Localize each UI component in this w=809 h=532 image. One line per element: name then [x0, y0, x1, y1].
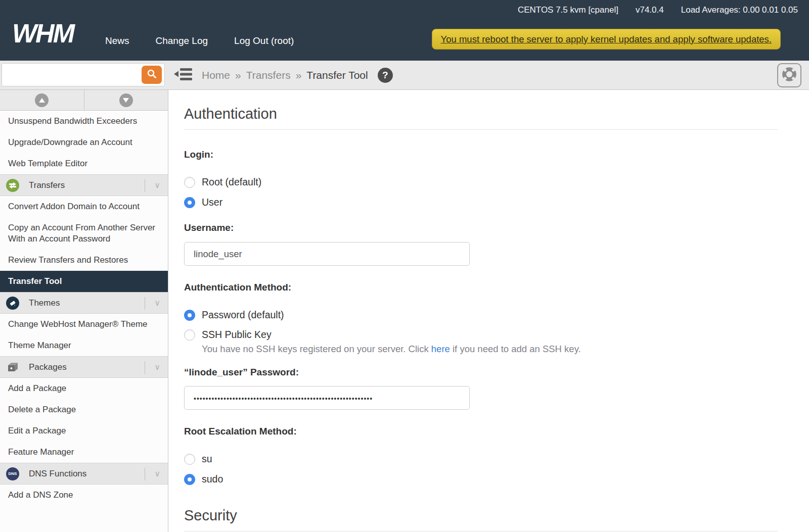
breadcrumb-transfers-link[interactable]: Transfers [246, 69, 291, 81]
sidebar-item-upgrade-downgrade-account[interactable]: Upgrade/Downgrade an Account [0, 132, 168, 153]
nav-logout-link[interactable]: Log Out (root) [234, 35, 294, 46]
server-os-label: CENTOS 7.5 kvm [cpanel] [518, 5, 618, 15]
sidebar-section-label: DNS Functions [29, 469, 86, 479]
auth-method-radio-group: Password (default) SSH Public Key [184, 309, 778, 341]
server-status-line: CENTOS 7.5 kvm [cpanel] v74.0.4 Load Ave… [518, 5, 798, 15]
radio-checked-icon[interactable] [184, 197, 195, 208]
sidebar-scroll-controls [0, 90, 168, 111]
chevron-down-icon[interactable]: ∨ [154, 362, 160, 372]
sidebar-scroll-up-button[interactable] [0, 90, 84, 110]
auth-method-option-ssh-key[interactable]: SSH Public Key [184, 329, 272, 341]
chevron-down-icon[interactable]: ∨ [154, 180, 160, 190]
whm-version: v74.0.4 [636, 5, 664, 15]
root-escalation-option-sudo[interactable]: sudo [184, 473, 223, 485]
packages-icon [6, 361, 19, 374]
search-button[interactable] [142, 66, 162, 84]
top-header-bar: CENTOS 7.5 kvm [cpanel] v74.0.4 Load Ave… [0, 0, 809, 61]
password-label: “linode_user” Password: [184, 367, 778, 378]
login-option-root[interactable]: Root (default) [184, 176, 261, 188]
sidebar-section-dns-functions[interactable]: DNS DNS Functions ∨ [0, 463, 168, 485]
nav-news-link[interactable]: News [105, 35, 129, 46]
whm-transfer-tool-page: CENTOS 7.5 kvm [cpanel] v74.0.4 Load Ave… [0, 0, 809, 532]
content-row: Unsuspend Bandwidth Exceeders Upgrade/Do… [0, 90, 809, 532]
sidebar-item-review-transfers-restores[interactable]: Review Transfers and Restores [0, 250, 168, 271]
radio-option-label: su [202, 453, 212, 465]
username-field[interactable] [184, 242, 470, 266]
main-content: Authentication Login: Root (default) Use… [168, 90, 809, 532]
sidebar-item-add-package[interactable]: Add a Package [0, 378, 168, 399]
collapse-sidebar-icon [174, 68, 192, 83]
transfers-icon [6, 179, 19, 192]
radio-checked-icon[interactable] [184, 474, 195, 485]
breadcrumb: Home » Transfers » Transfer Tool ? [202, 68, 393, 83]
search-icon [147, 69, 157, 80]
sidebar: Unsuspend Bandwidth Exceeders Upgrade/Do… [0, 90, 168, 532]
sidebar-section-label: Packages [29, 362, 67, 372]
root-escalation-radio-group: su sudo [184, 453, 778, 485]
authentication-section-title: Authentication [184, 106, 778, 130]
password-field[interactable] [184, 386, 470, 410]
root-escalation-method-label: Root Escalation Method: [184, 426, 778, 437]
nav-changelog-link[interactable]: Change Log [156, 35, 208, 46]
radio-option-label: Root (default) [202, 176, 261, 188]
radio-option-label: sudo [202, 473, 223, 485]
reboot-warning-banner[interactable]: You must reboot the server to apply kern… [432, 29, 781, 50]
section-divider [145, 468, 145, 480]
sidebar-item-feature-manager[interactable]: Feature Manager [0, 442, 168, 463]
arrow-up-icon [35, 93, 49, 107]
help-icon[interactable]: ? [378, 68, 393, 83]
sidebar-item-convert-addon-domain[interactable]: Convert Addon Domain to Account [0, 196, 168, 217]
sidebar-item-unsuspend-bandwidth-exceeders[interactable]: Unsuspend Bandwidth Exceeders [0, 111, 168, 132]
radio-checked-icon[interactable] [184, 310, 195, 321]
security-section-title: Security [184, 507, 778, 531]
sidebar-section-label: Themes [29, 298, 60, 308]
chevron-down-icon[interactable]: ∨ [154, 298, 160, 308]
radio-unchecked-icon[interactable] [184, 177, 195, 188]
root-escalation-option-su[interactable]: su [184, 453, 212, 465]
load-averages: Load Averages: 0.00 0.01 0.05 [681, 5, 798, 15]
breadcrumb-toolbar: Home » Transfers » Transfer Tool ? [0, 61, 809, 90]
breadcrumb-current-page: Transfer Tool [306, 69, 368, 81]
breadcrumb-home-link[interactable]: Home [202, 69, 230, 81]
support-button[interactable] [777, 63, 801, 87]
collapse-sidebar-button[interactable] [173, 68, 193, 83]
sidebar-search-area [0, 61, 168, 90]
sidebar-section-transfers[interactable]: Transfers ∨ [0, 174, 168, 196]
login-radio-group: Root (default) User [184, 176, 778, 208]
sidebar-item-web-template-editor[interactable]: Web Template Editor [0, 153, 168, 174]
sidebar-item-theme-manager[interactable]: Theme Manager [0, 335, 168, 356]
sidebar-item-delete-package[interactable]: Delete a Package [0, 399, 168, 420]
login-option-user[interactable]: User [184, 197, 222, 208]
sidebar-item-copy-account-password[interactable]: Copy an Account From Another Server With… [0, 217, 168, 250]
sidebar-section-packages[interactable]: Packages ∨ [0, 356, 168, 378]
radio-option-label: User [202, 197, 222, 208]
reboot-warning-text: You must reboot the server to apply kern… [441, 34, 772, 45]
add-ssh-key-link[interactable]: here [431, 344, 450, 354]
search-input[interactable] [2, 63, 165, 86]
sidebar-item-add-dns-zone[interactable]: Add a DNS Zone [0, 485, 168, 506]
authentication-method-label: Authentication Method: [184, 282, 778, 293]
sidebar-scroll-down-button[interactable] [84, 90, 168, 110]
helper-text-after: if you need to add an SSH key. [450, 344, 581, 354]
sidebar-item-transfer-tool[interactable]: Transfer Tool [0, 271, 168, 292]
section-divider [145, 361, 145, 374]
radio-option-label: Password (default) [202, 309, 284, 321]
sidebar-section-themes[interactable]: Themes ∨ [0, 292, 168, 314]
radio-unchecked-icon[interactable] [184, 329, 195, 341]
top-navigation: News Change Log Log Out (root) [105, 35, 294, 46]
whm-logo[interactable]: WHM [12, 18, 73, 49]
chevron-down-icon[interactable]: ∨ [154, 469, 160, 478]
login-label: Login: [184, 149, 778, 160]
breadcrumb-separator: » [296, 69, 302, 81]
section-divider [145, 179, 145, 192]
sidebar-item-change-whm-theme[interactable]: Change WebHost Manager® Theme [0, 314, 168, 335]
dns-icon: DNS [6, 467, 19, 480]
themes-icon [6, 297, 19, 310]
auth-method-option-password[interactable]: Password (default) [184, 309, 284, 321]
radio-unchecked-icon[interactable] [184, 454, 195, 465]
arrow-down-icon [119, 93, 133, 107]
ssh-key-helper-text: You have no SSH keys registered on your … [202, 344, 778, 355]
lifering-icon [781, 66, 797, 84]
radio-option-label: SSH Public Key [202, 329, 272, 341]
sidebar-item-edit-package[interactable]: Edit a Package [0, 420, 168, 442]
